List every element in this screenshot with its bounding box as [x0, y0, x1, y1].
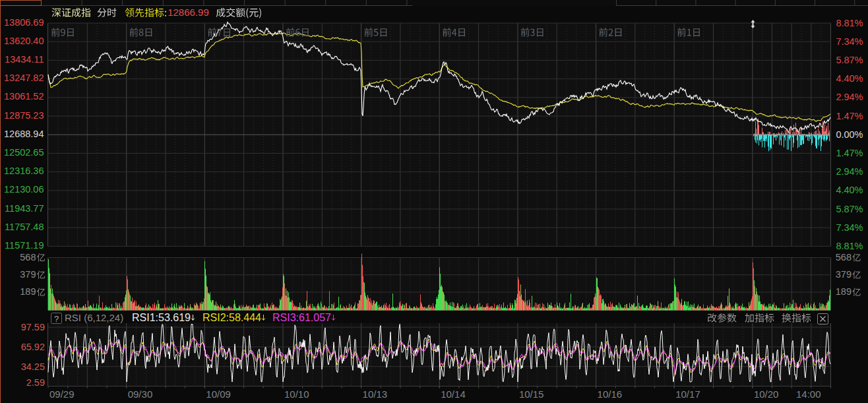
svg-text:14:00: 14:00 — [796, 388, 821, 400]
svg-text:189: 189 — [836, 286, 852, 297]
svg-text:5.87%: 5.87% — [836, 204, 863, 214]
svg-text:568: 568 — [836, 252, 852, 263]
svg-text:97.59: 97.59 — [21, 322, 45, 332]
svg-text:7.34%: 7.34% — [836, 36, 863, 47]
svg-text:8.81%: 8.81% — [836, 241, 863, 251]
svg-text:189: 189 — [20, 286, 36, 297]
svg-text:10/16: 10/16 — [598, 388, 623, 400]
svg-text:12875.23: 12875.23 — [4, 110, 44, 121]
svg-text:10/14: 10/14 — [441, 388, 466, 400]
svg-text:10/17: 10/17 — [675, 388, 700, 400]
svg-text:2.94%: 2.94% — [836, 92, 863, 102]
svg-text:34.25: 34.25 — [21, 361, 45, 372]
svg-text:13061.52: 13061.52 — [4, 91, 44, 102]
svg-text:4.40%: 4.40% — [836, 185, 863, 195]
svg-text:13434.11: 13434.11 — [5, 54, 44, 65]
svg-text:09/29: 09/29 — [49, 388, 75, 400]
svg-text:13806.69: 13806.69 — [4, 17, 44, 28]
svg-text:RSI1:53.619: RSI1:53.619 — [132, 312, 191, 323]
svg-text:11943.77: 11943.77 — [5, 203, 44, 214]
svg-text:379: 379 — [836, 269, 852, 280]
svg-text:10/20: 10/20 — [754, 388, 779, 400]
svg-text:10/15: 10/15 — [519, 388, 544, 400]
svg-text:12866.99: 12866.99 — [168, 7, 209, 18]
svg-text:12688.94: 12688.94 — [4, 129, 44, 139]
svg-text:7.34%: 7.34% — [836, 222, 863, 233]
svg-text:?: ? — [54, 314, 59, 324]
svg-text:568: 568 — [20, 252, 36, 263]
svg-text:12130.06: 12130.06 — [4, 184, 44, 195]
svg-text:8.81%: 8.81% — [836, 18, 863, 28]
svg-text:RSI3:61.057: RSI3:61.057 — [272, 312, 331, 323]
svg-text:0.00%: 0.00% — [836, 129, 863, 140]
svg-text:11571.19: 11571.19 — [5, 240, 44, 251]
svg-text:12316.36: 12316.36 — [4, 166, 44, 176]
svg-text:13620.40: 13620.40 — [4, 36, 44, 46]
svg-text:5.87%: 5.87% — [836, 55, 863, 65]
svg-text:RSI (6,12,24): RSI (6,12,24) — [65, 312, 123, 323]
svg-text:2.59: 2.59 — [26, 377, 45, 388]
svg-text:10/09: 10/09 — [206, 388, 231, 400]
svg-text:379: 379 — [20, 269, 36, 280]
svg-text:09/30: 09/30 — [128, 388, 153, 400]
svg-text:1.47%: 1.47% — [836, 148, 863, 158]
svg-text:13247.82: 13247.82 — [4, 73, 44, 83]
svg-text:RSI2:58.444: RSI2:58.444 — [202, 312, 261, 323]
svg-text:11757.48: 11757.48 — [5, 222, 44, 232]
svg-text:10/13: 10/13 — [363, 388, 388, 400]
svg-text:4.40%: 4.40% — [836, 73, 863, 84]
svg-text:65.92: 65.92 — [21, 342, 45, 352]
svg-text:10/10: 10/10 — [284, 388, 309, 400]
svg-text:2.94%: 2.94% — [836, 166, 863, 177]
svg-text:1.47%: 1.47% — [836, 111, 863, 121]
svg-text:12502.65: 12502.65 — [4, 147, 44, 158]
